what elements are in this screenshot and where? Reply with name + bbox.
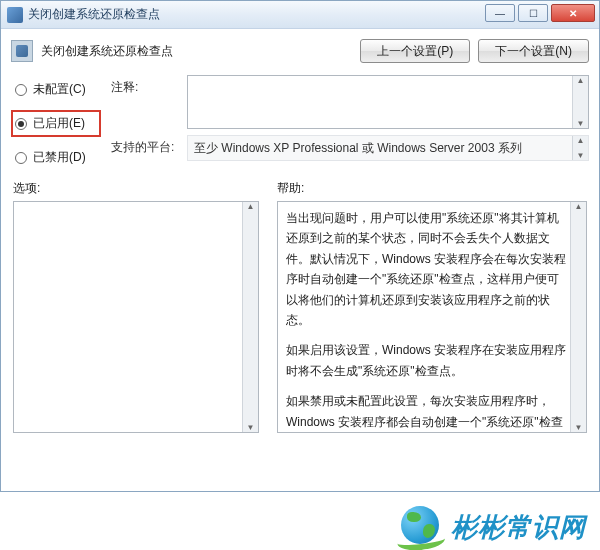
- options-column: 选项: ▲▼: [13, 180, 259, 433]
- close-button[interactable]: ✕: [551, 4, 595, 22]
- radio-icon: [15, 118, 27, 130]
- radio-disabled[interactable]: 已禁用(D): [15, 149, 101, 166]
- dialog-window: 关闭创建系统还原检查点 — ☐ ✕ 关闭创建系统还原检查点 上一个设置(P) 下…: [0, 0, 600, 492]
- radio-label: 未配置(C): [33, 81, 86, 98]
- scrollbar[interactable]: ▲▼: [572, 136, 588, 160]
- help-paragraph: 如果禁用或未配置此设置，每次安装应用程序时，Windows 安装程序都会自动创建…: [286, 391, 566, 433]
- help-label: 帮助:: [277, 180, 587, 197]
- radio-icon: [15, 84, 27, 96]
- help-text: 当出现问题时，用户可以使用"系统还原"将其计算机还原到之前的某个状态，同时不会丢…: [278, 202, 586, 433]
- help-paragraph: 当出现问题时，用户可以使用"系统还原"将其计算机还原到之前的某个状态，同时不会丢…: [286, 208, 566, 330]
- scrollbar[interactable]: ▲▼: [242, 202, 258, 432]
- previous-setting-button[interactable]: 上一个设置(P): [360, 39, 470, 63]
- comment-row: 注释: ▲▼: [111, 75, 589, 129]
- radio-enabled[interactable]: 已启用(E): [15, 115, 95, 132]
- options-box[interactable]: ▲▼: [13, 201, 259, 433]
- platform-value: 至少 Windows XP Professional 或 Windows Ser…: [194, 141, 522, 155]
- next-setting-button[interactable]: 下一个设置(N): [478, 39, 589, 63]
- window-title: 关闭创建系统还原检查点: [28, 6, 160, 23]
- platform-row: 支持的平台: 至少 Windows XP Professional 或 Wind…: [111, 135, 589, 161]
- watermark: 彬彬常识网: [401, 506, 586, 548]
- help-column: 帮助: 当出现问题时，用户可以使用"系统还原"将其计算机还原到之前的某个状态，同…: [277, 180, 587, 433]
- comment-textarea[interactable]: ▲▼: [187, 75, 589, 129]
- scrollbar[interactable]: ▲▼: [570, 202, 586, 432]
- options-label: 选项:: [13, 180, 259, 197]
- highlight-box: 已启用(E): [11, 110, 101, 137]
- fields-column: 注释: ▲▼ 支持的平台: 至少 Windows XP Professional…: [111, 75, 589, 166]
- platform-display: 至少 Windows XP Professional 或 Windows Ser…: [187, 135, 589, 161]
- help-paragraph: 如果启用该设置，Windows 安装程序在安装应用程序时将不会生成"系统还原"检…: [286, 340, 566, 381]
- app-icon: [7, 7, 23, 23]
- content-area: 关闭创建系统还原检查点 上一个设置(P) 下一个设置(N) 未配置(C) 已启用…: [1, 29, 599, 433]
- radio-label: 已禁用(D): [33, 149, 86, 166]
- header-row: 关闭创建系统还原检查点 上一个设置(P) 下一个设置(N): [11, 35, 589, 67]
- titlebar: 关闭创建系统还原检查点 — ☐ ✕: [1, 1, 599, 29]
- minimize-button[interactable]: —: [485, 4, 515, 22]
- radio-not-configured[interactable]: 未配置(C): [15, 81, 101, 98]
- maximize-button[interactable]: ☐: [518, 4, 548, 22]
- help-box[interactable]: 当出现问题时，用户可以使用"系统还原"将其计算机还原到之前的某个状态，同时不会丢…: [277, 201, 587, 433]
- radio-label: 已启用(E): [33, 115, 85, 132]
- watermark-text: 彬彬常识网: [451, 510, 586, 545]
- radio-icon: [15, 152, 27, 164]
- radio-group: 未配置(C) 已启用(E) 已禁用(D): [11, 75, 101, 166]
- comment-label: 注释:: [111, 75, 179, 96]
- policy-title: 关闭创建系统还原检查点: [41, 43, 360, 60]
- policy-icon: [11, 40, 33, 62]
- config-form: 未配置(C) 已启用(E) 已禁用(D) 注释:: [11, 75, 589, 166]
- platform-label: 支持的平台:: [111, 135, 179, 156]
- globe-icon: [401, 506, 443, 548]
- window-controls: — ☐ ✕: [485, 4, 595, 22]
- lower-panes: 选项: ▲▼ 帮助: 当出现问题时，用户可以使用"系统还原"将其计算机还原到之前…: [11, 180, 589, 433]
- scrollbar[interactable]: ▲▼: [572, 76, 588, 128]
